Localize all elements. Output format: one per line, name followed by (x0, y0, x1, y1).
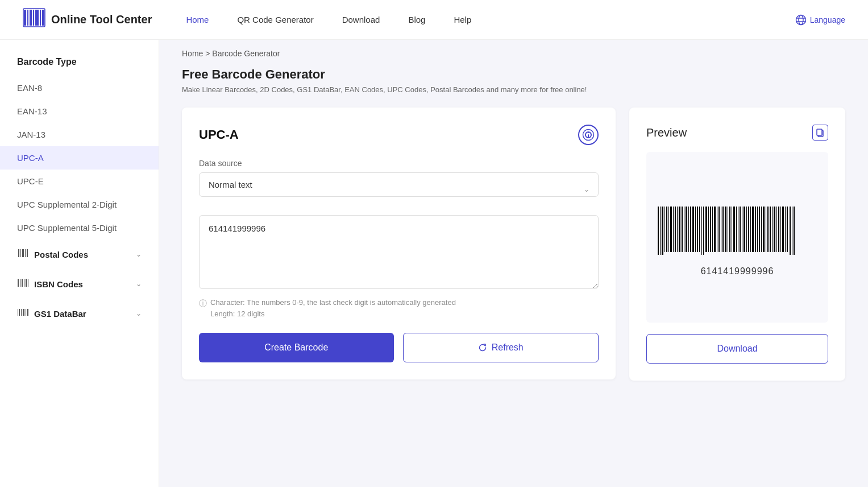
sidebar-item-upc-supp2[interactable]: UPC Supplemental 2-Digit (0, 193, 159, 216)
svg-rect-53 (699, 207, 700, 252)
svg-rect-66 (728, 207, 728, 252)
generator-card: UPC-A Data source Normal text (182, 108, 616, 379)
svg-rect-77 (750, 207, 751, 252)
svg-rect-55 (703, 207, 704, 255)
svg-rect-26 (23, 309, 24, 316)
main-nav: Home QR Code Generator Download Blog Hel… (186, 15, 795, 24)
sidebar-group-isbn[interactable]: ISBN Codes ⌄ (0, 269, 159, 299)
gs1-databar-icon (17, 307, 28, 320)
svg-rect-22 (28, 279, 28, 287)
sidebar-item-ean8[interactable]: EAN-8 (0, 76, 159, 100)
sidebar-item-ean13[interactable]: EAN-13 (0, 100, 159, 123)
svg-rect-58 (710, 207, 711, 252)
refresh-icon (478, 343, 487, 352)
svg-rect-60 (714, 207, 716, 252)
preview-header: Preview (646, 125, 828, 141)
barcode-input[interactable]: 614141999996 (199, 215, 599, 289)
copy-icon[interactable] (812, 125, 828, 141)
svg-rect-69 (733, 207, 735, 252)
nav-qr[interactable]: QR Code Generator (237, 15, 313, 24)
preview-card: Preview (629, 108, 845, 381)
logo[interactable]: Online Tool Center (23, 6, 152, 33)
svg-rect-73 (742, 207, 742, 252)
svg-rect-57 (708, 207, 709, 252)
sidebar-group-gs1[interactable]: GS1 DataBar ⌄ (0, 299, 159, 328)
postal-codes-icon (17, 247, 28, 261)
refresh-button[interactable]: Refresh (403, 333, 599, 362)
nav-blog[interactable]: Blog (408, 15, 425, 24)
svg-rect-36 (662, 207, 663, 255)
sidebar-item-upce[interactable]: UPC-E (0, 170, 159, 193)
svg-rect-94 (787, 207, 788, 252)
chevron-down-icon-2: ⌄ (136, 280, 142, 288)
svg-rect-44 (679, 207, 680, 252)
svg-rect-80 (757, 207, 758, 252)
logo-text: Online Tool Center (51, 13, 152, 26)
svg-rect-61 (717, 207, 717, 252)
svg-rect-5 (40, 10, 41, 26)
svg-rect-31 (588, 134, 589, 138)
svg-rect-34 (658, 207, 659, 255)
create-barcode-button[interactable]: Create Barcode (199, 333, 394, 362)
download-button[interactable]: Download (646, 334, 828, 364)
svg-rect-4 (35, 10, 39, 26)
hint-line2: Length: 12 digits (210, 309, 264, 318)
svg-rect-49 (690, 207, 691, 252)
sidebar-item-upc-supp5[interactable]: UPC Supplemental 5-Digit (0, 216, 159, 240)
two-column-layout: UPC-A Data source Normal text (182, 108, 845, 381)
nav-home[interactable]: Home (186, 15, 209, 24)
svg-rect-52 (697, 207, 698, 252)
svg-rect-63 (721, 207, 721, 252)
svg-rect-95 (790, 207, 791, 255)
svg-rect-14 (22, 249, 24, 257)
sidebar-group-isbn-label: ISBN Codes (34, 279, 130, 289)
sidebar-item-jan13[interactable]: JAN-13 (0, 123, 159, 146)
svg-rect-86 (770, 207, 771, 252)
svg-rect-46 (684, 207, 684, 252)
refresh-label: Refresh (492, 342, 524, 353)
svg-rect-33 (817, 129, 822, 135)
page-subtitle: Make Linear Barcodes, 2D Codes, GS1 Data… (182, 85, 845, 94)
svg-rect-21 (26, 279, 27, 287)
header: Online Tool Center Home QR Code Generato… (0, 0, 868, 40)
svg-rect-90 (778, 207, 779, 252)
svg-rect-72 (740, 207, 741, 252)
sidebar-group-gs1-label: GS1 DataBar (34, 309, 130, 319)
card-header: UPC-A (199, 125, 599, 145)
svg-rect-56 (705, 207, 707, 252)
svg-rect-50 (692, 207, 694, 252)
svg-rect-64 (722, 207, 724, 252)
data-source-select[interactable]: Normal text Hex data (199, 172, 599, 197)
breadcrumb-home[interactable]: Home (182, 49, 203, 58)
svg-rect-35 (660, 207, 661, 255)
nav-download[interactable]: Download (342, 15, 380, 24)
info-icon[interactable] (578, 125, 599, 145)
svg-rect-97 (794, 207, 795, 255)
svg-rect-2 (30, 10, 32, 26)
data-source-wrapper: Normal text Hex data ⌄ (199, 172, 599, 206)
svg-rect-76 (748, 207, 749, 252)
content-area: Free Barcode Generator Make Linear Barco… (159, 67, 868, 403)
svg-rect-54 (701, 207, 702, 255)
svg-rect-83 (763, 207, 765, 252)
svg-rect-25 (21, 309, 22, 316)
svg-rect-47 (686, 207, 687, 252)
svg-rect-39 (668, 207, 669, 252)
svg-rect-87 (772, 207, 773, 252)
chevron-down-icon: ⌄ (136, 250, 142, 258)
sidebar-group-postal[interactable]: Postal Codes ⌄ (0, 240, 159, 269)
svg-rect-59 (712, 207, 713, 252)
svg-rect-51 (695, 207, 696, 252)
nav-help[interactable]: Help (454, 15, 471, 24)
svg-rect-28 (27, 309, 28, 316)
svg-rect-71 (738, 207, 738, 252)
data-source-label: Data source (199, 159, 599, 168)
language-label: Language (810, 15, 845, 24)
logo-icon (23, 6, 45, 33)
svg-rect-16 (27, 249, 28, 257)
barcode-type-title: UPC-A (199, 127, 239, 142)
language-selector[interactable]: Language (795, 14, 845, 26)
breadcrumb-arrow: > (205, 49, 210, 58)
sidebar-item-upca[interactable]: UPC-A (0, 146, 159, 170)
svg-rect-13 (20, 249, 21, 257)
